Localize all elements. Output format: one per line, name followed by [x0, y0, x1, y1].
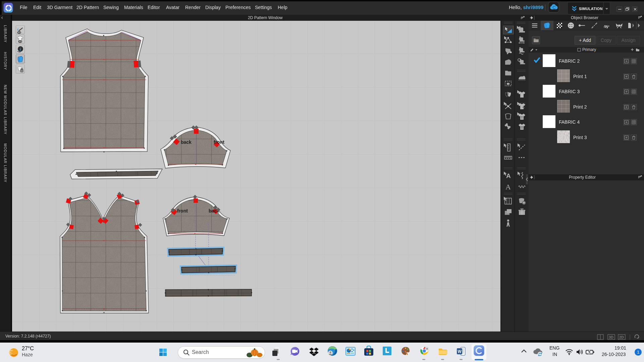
svg-text:A: A [506, 172, 511, 179]
svg-text:i: i [20, 47, 21, 52]
svg-text:A: A [505, 183, 511, 191]
svg-text:back: back [181, 139, 192, 145]
svg-text:front: front [214, 139, 224, 145]
svg-text:A: A [426, 347, 428, 350]
svg-text:2D: 2D [619, 335, 624, 339]
svg-text:front: front [177, 208, 188, 214]
svg-text:3D: 3D [609, 335, 613, 339]
svg-text:W: W [458, 349, 462, 354]
